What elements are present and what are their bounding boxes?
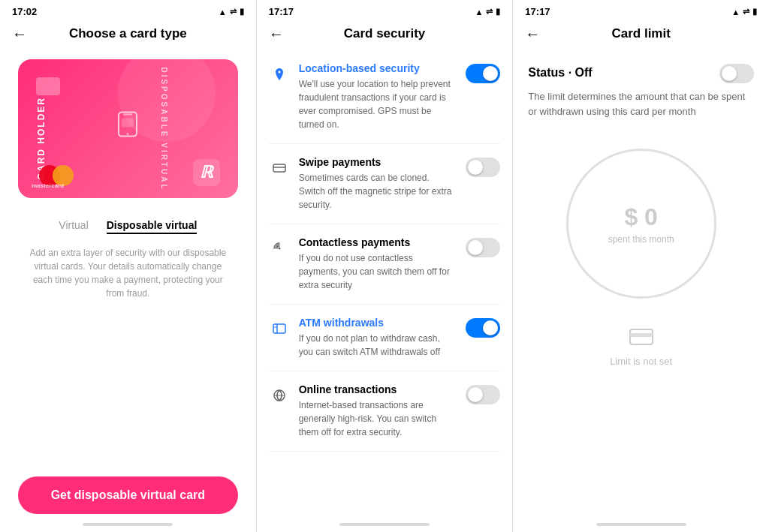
security-title-online: Online transactions	[299, 383, 457, 395]
status-time-1: 17:02	[12, 6, 37, 17]
header-1: ← Choose a card type	[0, 20, 256, 50]
security-title-contactless: Contactless payments	[299, 236, 457, 248]
header-2: ← Card security	[257, 20, 513, 50]
security-desc-atm: If you do not plan to withdraw cash, you…	[299, 332, 457, 359]
card-type-tabs: Virtual Disposable virtual	[0, 207, 256, 240]
status-icons-3: ▲ ⇌ ▮	[731, 7, 757, 17]
wifi-icon-2: ⇌	[486, 7, 493, 17]
card-phone-icon	[113, 109, 143, 142]
battery-icon-2: ▮	[496, 7, 500, 17]
toggle-online[interactable]	[466, 385, 500, 404]
card-visual: DISPOSABLE VIRTUAL CARD HOLDER mastercar…	[18, 59, 238, 198]
security-item-atm: ATM withdrawals If you do not plan to wi…	[269, 305, 501, 371]
svg-point-2	[127, 133, 129, 135]
tab-virtual[interactable]: Virtual	[59, 219, 88, 234]
limit-card-icon	[629, 329, 653, 350]
status-label: Status · Off	[528, 66, 592, 80]
card-type-text: DISPOSABLE VIRTUAL	[160, 67, 168, 191]
location-icon	[269, 64, 290, 85]
security-desc-contactless: If you do not use contactless payments, …	[299, 251, 457, 292]
status-icons-1: ▲ ⇌ ▮	[219, 7, 244, 17]
page-title-3: Card limit	[611, 26, 670, 41]
status-bar-2: 17:17 ▲ ⇌ ▮	[257, 0, 513, 20]
status-time-3: 17:17	[525, 6, 550, 17]
home-indicator-2	[339, 523, 430, 526]
toggle-location[interactable]	[466, 64, 500, 83]
security-content-location: Location-based security We'll use your l…	[299, 62, 457, 131]
status-icons-2: ▲ ⇌ ▮	[475, 7, 500, 17]
back-button-1[interactable]: ←	[12, 26, 27, 43]
page-title-2: Card security	[344, 26, 426, 41]
status-bar-1: 17:02 ▲ ⇌ ▮	[0, 0, 256, 20]
signal-icon-2: ▲	[475, 8, 483, 17]
screen-card-limit: 17:17 ▲ ⇌ ▮ ← Card limit Status · Off Th…	[513, 0, 769, 532]
limit-circle: $ 0 spent this month	[566, 149, 716, 299]
globe-icon	[269, 385, 290, 406]
limit-amount: $ 0	[624, 203, 657, 231]
security-content-contactless: Contactless payments If you do not use c…	[299, 236, 457, 292]
card-description: Add an extra layer of security with our …	[0, 240, 256, 306]
card-swipe-icon	[269, 158, 290, 179]
security-list: Location-based security We'll use your l…	[257, 50, 513, 523]
svg-rect-4	[273, 164, 285, 172]
toggle-limit-status[interactable]	[719, 64, 754, 83]
tab-disposable[interactable]: Disposable virtual	[107, 219, 198, 234]
screen-choose-card: 17:02 ▲ ⇌ ▮ ← Choose a card type DISPOSA…	[0, 0, 257, 532]
back-button-2[interactable]: ←	[269, 26, 284, 43]
home-indicator-1	[83, 523, 173, 526]
security-item-swipe: Swipe payments Sometimes cards can be cl…	[269, 144, 501, 224]
security-content-online: Online transactions Internet-based trans…	[299, 383, 457, 439]
status-bar-3: 17:17 ▲ ⇌ ▮	[513, 0, 769, 20]
battery-icon-3: ▮	[752, 7, 757, 17]
back-button-3[interactable]: ←	[525, 26, 540, 43]
mastercard-text: mastercard	[32, 182, 64, 189]
page-title-1: Choose a card type	[69, 26, 187, 41]
security-title-swipe: Swipe payments	[299, 156, 457, 168]
svg-rect-13	[630, 333, 653, 337]
security-desc-swipe: Sometimes cards can be cloned. Switch of…	[299, 171, 457, 212]
signal-icon-3: ▲	[731, 8, 740, 17]
revolut-logo: ℝ	[193, 159, 220, 186]
battery-icon: ▮	[240, 7, 244, 17]
security-item-location: Location-based security We'll use your l…	[269, 50, 501, 144]
security-item-contactless: Contactless payments If you do not use c…	[269, 224, 501, 305]
screen-card-security: 17:17 ▲ ⇌ ▮ ← Card security Loc	[257, 0, 514, 532]
limit-status-row: Status · Off	[513, 50, 769, 89]
security-content-swipe: Swipe payments Sometimes cards can be cl…	[299, 156, 457, 212]
svg-rect-7	[273, 324, 285, 333]
wifi-icon-3: ⇌	[743, 7, 749, 17]
security-content-atm: ATM withdrawals If you do not plan to wi…	[299, 317, 457, 359]
security-item-online: Online transactions Internet-based trans…	[269, 371, 501, 452]
card-chip	[36, 77, 60, 95]
home-indicator-3	[596, 523, 686, 526]
svg-point-6	[278, 248, 280, 250]
security-desc-online: Internet-based transactions are generall…	[299, 398, 457, 439]
svg-rect-1	[123, 113, 132, 115]
atm-icon	[269, 318, 290, 339]
toggle-atm[interactable]	[466, 318, 500, 338]
limit-not-set: Limit is not set	[513, 329, 769, 367]
wifi-icon: ⇌	[230, 7, 237, 17]
header-3: ← Card limit	[513, 20, 769, 50]
status-time-2: 17:17	[269, 6, 294, 17]
spent-label: spent this month	[608, 234, 674, 245]
toggle-contactless[interactable]	[466, 238, 500, 257]
toggle-swipe[interactable]	[466, 158, 500, 177]
limit-description: The limit determines the amount that can…	[513, 89, 769, 134]
limit-circle-container: $ 0 spent this month	[513, 134, 769, 314]
security-title-atm: ATM withdrawals	[299, 317, 457, 329]
security-title-location: Location-based security	[299, 62, 457, 74]
security-desc-location: We'll use your location to help prevent …	[299, 77, 457, 131]
not-set-text: Limit is not set	[610, 356, 672, 367]
svg-rect-3	[122, 118, 134, 127]
signal-icon: ▲	[219, 8, 227, 17]
contactless-icon	[269, 238, 290, 259]
get-card-button[interactable]: Get disposable virtual card	[18, 476, 238, 514]
